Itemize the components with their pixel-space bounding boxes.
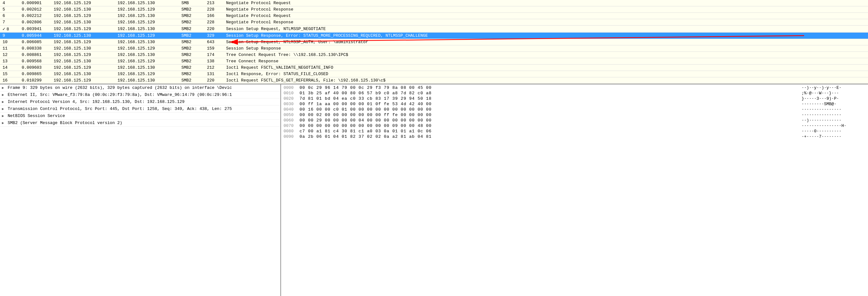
cell-5: 329 [205,33,223,39]
hex-offset: 0060 [284,118,300,123]
cell-1: 0.006085 [19,39,51,46]
expand-icon: ▶ [2,93,6,97]
table-row[interactable]: 130.009568192.168.125.130192.168.125.129… [0,58,868,65]
cell-0: 15 [0,71,19,77]
table-row[interactable]: 70.002806192.168.125.130192.168.125.129S… [0,19,868,26]
cell-1: 0.010299 [19,77,51,84]
cell-3: 192.168.125.130 [115,0,179,6]
hex-row: 005000 00 02 00 00 00 00 00 00 00 ff fe … [282,112,867,118]
cell-0: 14 [0,65,19,71]
detail-item[interactable]: ▶SMB2 (Server Message Block Protocol ver… [0,120,280,126]
cell-4: SMB2 [179,71,205,77]
bottom-section: ▶Frame 9: 329 bytes on wire (2632 bits),… [0,84,868,296]
cell-3: 192.168.125.129 [115,19,179,26]
hex-bytes: 00 0c 29 96 14 79 00 0c 29 f3 79 8a 08 0… [300,85,797,90]
cell-6: Negotiate Protocol Request [223,13,868,19]
hex-bytes: 0a 2b 06 01 04 01 82 37 02 02 0a a2 81 a… [300,134,797,139]
cell-1: 0.008338 [19,46,51,52]
cell-2: 192.168.125.129 [51,26,115,33]
hex-offset: 0020 [284,96,300,101]
hex-ascii: ················H· [802,123,865,128]
cell-2: 192.168.125.129 [51,39,115,46]
cell-3: 192.168.125.129 [115,33,179,39]
expand-icon: ▶ [2,114,6,118]
hex-pane[interactable]: 000000 0c 29 96 14 79 00 0c 29 f3 79 8a … [281,84,868,296]
hex-offset: 0050 [284,113,300,117]
hex-offset: 0090 [284,134,300,139]
hex-ascii: ·+·····7········ [802,134,865,139]
detail-item[interactable]: ▶Ethernet II, Src: VMware_f3:79:8a (00:0… [0,91,280,98]
cell-0: 7 [0,19,19,26]
hex-bytes: 00 00 00 00 00 00 00 00 00 00 00 09 00 0… [300,123,797,128]
table-row[interactable]: 140.009603192.168.125.129192.168.125.130… [0,65,868,71]
detail-item[interactable]: ▶Internet Protocol Version 4, Src: 192.1… [0,98,280,106]
table-row[interactable]: 90.005944192.168.125.130192.168.125.129S… [0,33,868,39]
cell-5: 174 [205,52,223,58]
hex-ascii: ;%·@···W···}··· [802,91,865,96]
table-row[interactable]: 50.002012192.168.125.130192.168.125.129S… [0,6,868,13]
hex-bytes: 00 ff 1a aa 00 00 00 00 01 0f fe 53 4d 4… [300,102,797,107]
expand-icon: ▶ [2,107,6,111]
table-row[interactable]: 40.000901192.168.125.129192.168.125.130S… [0,0,868,6]
cell-5: 212 [205,65,223,71]
cell-2: 192.168.125.129 [51,0,115,6]
cell-4: SMB2 [179,33,205,39]
hex-offset: 0000 [284,85,300,90]
cell-5: 220 [205,77,223,84]
table-row[interactable]: 110.008338192.168.125.130192.168.125.129… [0,46,868,52]
cell-6: Negotiate Protocol Response [223,19,868,26]
hex-ascii: }·····3···9)·P· [802,96,865,101]
cell-0: 9 [0,33,19,39]
detail-text: Frame 9: 329 bytes on wire (2632 bits), … [8,85,232,90]
cell-4: SMB2 [179,65,205,71]
cell-2: 192.168.125.129 [51,13,115,19]
cell-5: 228 [205,19,223,26]
cell-4: SMB2 [179,6,205,13]
table-row[interactable]: 120.008861192.168.125.129192.168.125.130… [0,52,868,58]
hex-bytes: 00 16 00 00 c0 01 00 00 00 00 00 00 00 0… [300,107,797,112]
cell-5: 213 [205,0,223,6]
hex-bytes: 7d 81 01 bd 04 ea c0 33 cb 83 17 39 29 9… [300,96,797,101]
cell-6: Negotiate Protocol Request [223,0,868,6]
cell-0: 10 [0,39,19,46]
cell-5: 166 [205,13,223,19]
cell-2: 192.168.125.130 [51,46,115,52]
detail-item[interactable]: ▶NetBIOS Session Service [0,113,280,120]
detail-text: Ethernet II, Src: VMware_f3:79:8a (00:0c… [8,92,232,97]
cell-4: SMB2 [179,26,205,33]
detail-item[interactable]: ▶Transmission Control Protocol, Src Port… [0,106,280,113]
cell-6: Session Setup Response [223,46,868,52]
hex-row: 0080c7 00 a1 81 c4 30 81 c1 a0 03 0a 01 … [282,128,867,134]
hex-bytes: c7 00 a1 81 c4 30 81 c1 a0 03 0a 01 01 a… [300,129,797,134]
table-row[interactable]: 160.010299192.168.125.129192.168.125.130… [0,77,868,84]
cell-0: 11 [0,46,19,52]
hex-bytes: 00 00 29 00 00 00 00 04 00 00 00 00 00 0… [300,118,797,123]
hex-bytes: 01 3b 25 af 40 00 80 06 57 b9 c0 a8 7d 8… [300,91,797,96]
cell-0: 6 [0,13,19,19]
main-container: 40.000901192.168.125.129192.168.125.130S… [0,0,868,296]
cell-6: Ioctl Request FSCTL_VALIDATE_NEGOTIATE_I… [223,65,868,71]
detail-item[interactable]: ▶Frame 9: 329 bytes on wire (2632 bits),… [0,84,280,91]
hex-ascii: ·········SMB@· [802,102,865,107]
cell-3: 192.168.125.130 [115,26,179,33]
cell-0: 13 [0,58,19,65]
cell-6: Ioctl Response, Error: STATUS_FILE_CLOSE… [223,71,868,77]
hex-row: 000000 0c 29 96 14 79 00 0c 29 f3 79 8a … [282,85,867,90]
cell-0: 16 [0,77,19,84]
packet-list-wrapper[interactable]: 40.000901192.168.125.129192.168.125.130S… [0,0,868,84]
cell-3: 192.168.125.130 [115,52,179,58]
hex-row: 006000 00 29 00 00 00 00 04 00 00 00 00 … [282,118,867,123]
table-row[interactable]: 150.009865192.168.125.130192.168.125.129… [0,71,868,77]
hex-offset: 0040 [284,107,300,112]
table-row[interactable]: ✓80.003941192.168.125.129192.168.125.130… [0,26,868,33]
cell-1: 0.005944 [19,33,51,39]
table-row[interactable]: 60.002212192.168.125.129192.168.125.130S… [0,13,868,19]
cell-2: 192.168.125.130 [51,71,115,77]
table-row[interactable]: 100.006085192.168.125.129192.168.125.130… [0,39,868,46]
cell-6: Session Setup Request, NTLMSSP_AUTH, Use… [223,39,868,46]
hex-ascii: ·····0·········· [802,129,865,134]
cell-5: 643 [205,39,223,46]
detail-pane[interactable]: ▶Frame 9: 329 bytes on wire (2632 bits),… [0,84,281,296]
cell-5: 159 [205,46,223,52]
cell-6: Session Setup Response, Error: STATUS_MO… [223,33,868,39]
